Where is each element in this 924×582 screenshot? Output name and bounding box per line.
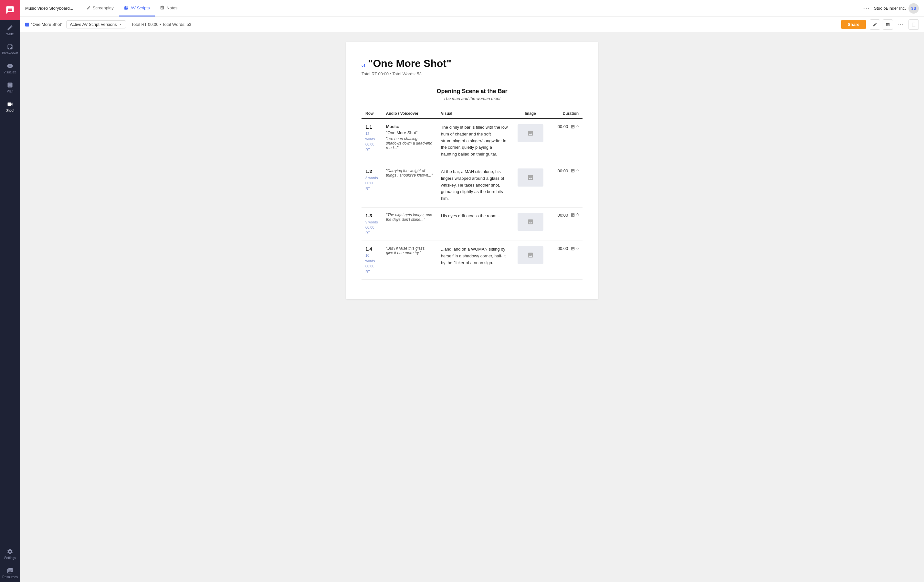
sidebar-item-shoot[interactable]: Shoot: [0, 96, 20, 116]
sidebar-item-settings[interactable]: Settings: [0, 544, 20, 563]
more-options-button[interactable]: ···: [863, 5, 870, 12]
app-logo[interactable]: [0, 0, 20, 20]
image-icon: [526, 174, 535, 181]
row-meta: 12 words00:00 RT: [365, 131, 378, 152]
duration-cell: 00:00 0: [548, 163, 582, 207]
row-number-cell: 1.2 8 words00:00 RT: [361, 163, 382, 207]
pencil-icon: [86, 5, 91, 10]
duration-time: 00:00: [558, 213, 568, 218]
project-title: Music Video Storyboard...: [25, 6, 73, 11]
sidebar-item-visualize-label: Visualize: [3, 71, 16, 74]
sidebar-item-breakdown[interactable]: Breakdown: [0, 39, 20, 58]
document-title: "One More Shot": [368, 58, 451, 69]
version-dropdown[interactable]: Active AV Script Versions: [66, 20, 126, 28]
share-button[interactable]: Share: [841, 20, 866, 29]
tab-screenplay-label: Screenplay: [93, 5, 114, 10]
row-number: 1.1: [365, 124, 378, 130]
image-count: 0: [571, 124, 579, 129]
row-meta: 8 words00:00 RT: [365, 175, 378, 192]
visual-cell: His eyes drift across the room...: [437, 207, 513, 241]
audio-label: Music:: [386, 124, 433, 129]
chevron-down-icon: [119, 23, 122, 26]
image-placeholder: [518, 246, 543, 264]
audio-cell: "But I'll raise this glass, give it one …: [382, 241, 437, 280]
image-cell: [512, 207, 548, 241]
sidebar-item-breakdown-label: Breakdown: [2, 51, 18, 55]
sidebar-item-resources[interactable]: Resources: [0, 563, 20, 582]
row-number-cell: 1.4 10 words00:00 RT: [361, 241, 382, 280]
visual-cell: At the bar, a MAN sits alone, his finger…: [437, 163, 513, 207]
total-info: Total RT 00:00 • Total Words: 53: [131, 22, 191, 27]
duration-value: 00:00 0: [552, 246, 579, 251]
col-header-image: Image: [512, 109, 548, 119]
tab-screenplay[interactable]: Screenplay: [81, 0, 119, 17]
topnav: Music Video Storyboard... Screenplay AV …: [20, 0, 924, 17]
table-row: 1.2 8 words00:00 RT "Carrying the weight…: [361, 163, 582, 207]
topnav-tabs: Screenplay AV Scripts Notes: [81, 0, 183, 17]
notes-icon: [160, 5, 165, 10]
version-dropdown-label: Active AV Script Versions: [70, 22, 117, 27]
duration-cell: 00:00 0: [548, 241, 582, 280]
image-count: 0: [571, 246, 579, 251]
av-table: Row Audio / Voiceover Visual Image Durat…: [361, 109, 582, 280]
version-badge: v1: [361, 64, 365, 68]
image-count: 0: [571, 169, 579, 173]
sidebar-item-visualize[interactable]: Visualize: [0, 58, 20, 77]
row-number-cell: 1.3 9 words00:00 RT: [361, 207, 382, 241]
tab-notes[interactable]: Notes: [155, 0, 183, 17]
plan-icon: [7, 82, 13, 88]
image-cell: [512, 163, 548, 207]
visual-text: ...and land on a WOMAN sitting by hersel…: [441, 246, 509, 266]
image-placeholder: [518, 213, 543, 231]
panel-icon-button[interactable]: [909, 20, 919, 30]
image-icon: [526, 218, 535, 225]
sidebar-item-shoot-label: Shoot: [6, 109, 14, 112]
row-number: 1.4: [365, 246, 378, 251]
audio-lyric: "Carrying the weight of things I should'…: [386, 169, 433, 177]
col-header-row: Row: [361, 109, 382, 119]
panel-icon: [911, 22, 916, 27]
image-count-icon: [571, 246, 575, 251]
script-name-label: "One More Shot": [31, 22, 62, 27]
duration-value: 00:00 0: [552, 169, 579, 173]
col-header-audio: Audio / Voiceover: [382, 109, 437, 119]
col-header-duration: Duration: [548, 109, 582, 119]
row-meta: 9 words00:00 RT: [365, 220, 378, 236]
company-name: StudioBinder Inc.: [874, 6, 906, 11]
image-icon: [526, 252, 535, 258]
topnav-actions: ··· StudioBinder Inc. SB: [863, 3, 919, 13]
content-area: v1 "One More Shot" Total RT 00:00 • Tota…: [20, 32, 924, 582]
table-row: 1.1 12 words00:00 RT Music:"One More Sho…: [361, 119, 582, 163]
write-icon: [7, 25, 13, 31]
document-meta: Total RT 00:00 • Total Words: 53: [361, 71, 582, 76]
edit-icon: [873, 22, 877, 27]
image-count-icon: [571, 169, 575, 173]
shoot-icon: [7, 101, 13, 107]
scene-title: Opening Scene at the Bar: [361, 88, 582, 95]
edit-icon-button[interactable]: [870, 20, 880, 30]
duration-value: 00:00 0: [552, 124, 579, 129]
duration-time: 00:00: [558, 169, 568, 173]
document: v1 "One More Shot" Total RT 00:00 • Tota…: [346, 42, 598, 299]
document-title-row: v1 "One More Shot": [361, 58, 582, 69]
tab-av-scripts-label: AV Scripts: [130, 5, 150, 10]
sidebar-item-write[interactable]: Write: [0, 20, 20, 39]
tab-notes-label: Notes: [167, 5, 177, 10]
columns-icon-button[interactable]: [883, 20, 893, 30]
table-row: 1.4 10 words00:00 RT "But I'll raise thi…: [361, 241, 582, 280]
image-placeholder: [518, 169, 543, 187]
main-area: Music Video Storyboard... Screenplay AV …: [20, 0, 924, 582]
toolbar-icons: ···: [870, 20, 919, 30]
audio-cell: Music:"One More Shot""I've been chasing …: [382, 119, 437, 163]
audio-lyric: "But I'll raise this glass, give it one …: [386, 246, 433, 255]
audio-lyric: "I've been chasing shadows down a dead-e…: [386, 136, 433, 150]
tab-av-scripts[interactable]: AV Scripts: [119, 0, 155, 17]
audio-cell: "Carrying the weight of things I should'…: [382, 163, 437, 207]
blue-dot-icon: [25, 23, 29, 26]
resources-icon: [7, 567, 13, 574]
sidebar-item-resources-label: Resources: [2, 575, 18, 579]
more-icon-button[interactable]: ···: [896, 20, 906, 30]
sidebar-item-plan[interactable]: Plan: [0, 77, 20, 96]
row-number: 1.3: [365, 213, 378, 218]
duration-cell: 00:00 0: [548, 207, 582, 241]
